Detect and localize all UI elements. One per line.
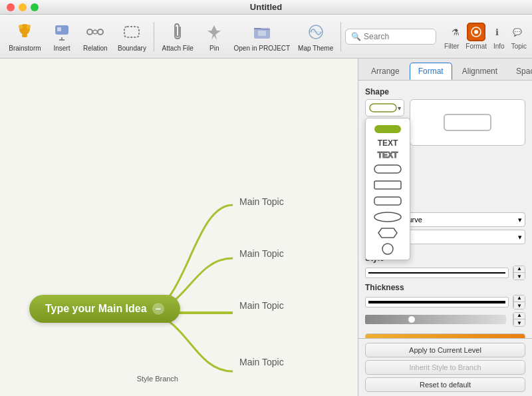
- filter-button[interactable]: ⚗: [446, 23, 465, 41]
- toolbar-attach-file[interactable]: Attach File: [158, 19, 197, 55]
- svg-rect-19: [374, 181, 401, 189]
- toolbar-pin-label: Pin: [209, 45, 219, 52]
- topic-1[interactable]: Main Topic: [239, 196, 284, 207]
- shape-section: Shape ▾: [365, 87, 525, 146]
- shape-opt-hexagon[interactable]: [368, 225, 407, 241]
- thickness-down-btn[interactable]: ▼: [514, 302, 525, 309]
- topic-label[interactable]: Topic: [511, 43, 527, 50]
- toolbar-relation[interactable]: Relation: [79, 19, 111, 55]
- style-up-btn[interactable]: ▲: [514, 266, 525, 273]
- main-idea-node[interactable]: Type your Main Idea −: [29, 295, 180, 323]
- toolbar-separator-1: [154, 22, 154, 51]
- toolbar-relation-label: Relation: [83, 45, 108, 52]
- panel-tabs: Arrange Format Alignment Spacing: [358, 59, 532, 81]
- topic-2[interactable]: Main Topic: [239, 248, 284, 259]
- window-title: Untitled: [250, 2, 282, 12]
- shape-opt-outline-round[interactable]: [368, 161, 407, 177]
- shape-opt-filled[interactable]: [368, 121, 407, 137]
- style-stepper-btns: ▲ ▼: [513, 266, 525, 280]
- svg-rect-11: [258, 31, 266, 36]
- svg-rect-9: [124, 27, 139, 37]
- format-button[interactable]: [467, 23, 485, 41]
- toolbar-open-project-label: Open in PROJECT: [234, 45, 290, 52]
- panel-icon-row: ⚗ ℹ 💬: [446, 23, 527, 41]
- svg-rect-17: [374, 125, 401, 133]
- toolbar-separator-2: [340, 22, 341, 51]
- search-icon: 🔍: [351, 32, 361, 41]
- thickness-stepper[interactable]: ▲ ▼: [513, 295, 525, 309]
- connection-chevron: ▾: [518, 216, 522, 224]
- toolbar-brainstorm[interactable]: Brainstorm: [5, 19, 45, 55]
- toolbar-attach-file-label: Attach File: [162, 45, 194, 52]
- selected-shape-icon: [368, 101, 398, 114]
- open-project-icon: [251, 21, 273, 43]
- svg-rect-1: [22, 34, 27, 37]
- svg-marker-22: [378, 228, 397, 238]
- toolbar-insert-label: Insert: [53, 45, 70, 52]
- toolbar-boundary[interactable]: Boundary: [114, 19, 150, 55]
- svg-rect-18: [374, 165, 401, 173]
- tab-format[interactable]: Format: [410, 63, 452, 80]
- info-label[interactable]: Info: [493, 43, 505, 50]
- thickness-indicator: [368, 301, 505, 303]
- svg-point-15: [474, 30, 478, 34]
- main-idea-text: Type your Main Idea: [45, 303, 147, 315]
- thickness-num-up[interactable]: ▲: [514, 312, 525, 319]
- boundary-icon: [121, 21, 142, 43]
- fill-preview[interactable]: [365, 333, 525, 338]
- thickness-up-btn[interactable]: ▲: [514, 295, 525, 302]
- tab-arrange[interactable]: Arrange: [362, 63, 408, 80]
- thickness-num-btns: ▲ ▼: [513, 312, 525, 327]
- toolbar-map-theme[interactable]: Map Theme: [295, 19, 336, 55]
- style-row: ▲ ▼: [365, 266, 525, 280]
- canvas-area[interactable]: Type your Main Idea − Main Topic Main To…: [0, 59, 358, 396]
- shape-opt-text1[interactable]: TEXT: [368, 137, 407, 149]
- line-style-preview[interactable]: [365, 268, 509, 278]
- minimize-button[interactable]: [19, 3, 27, 11]
- maximize-button[interactable]: [31, 3, 39, 11]
- info-button[interactable]: ℹ: [487, 23, 506, 41]
- topic-button[interactable]: 💬: [508, 23, 527, 41]
- thickness-num-down[interactable]: ▼: [514, 319, 525, 327]
- collapse-button[interactable]: −: [152, 303, 164, 315]
- toolbar-boundary-label: Boundary: [118, 45, 146, 52]
- preview-shape-svg: [441, 109, 494, 136]
- toolbar-insert[interactable]: Insert: [47, 19, 76, 55]
- format-label[interactable]: Format: [466, 43, 487, 50]
- toolbar-map-theme-label: Map Theme: [298, 45, 333, 52]
- filter-label[interactable]: Filter: [444, 43, 459, 50]
- topic-4[interactable]: Main Topic: [239, 357, 284, 367]
- toolbar-pin[interactable]: Pin: [200, 19, 229, 55]
- search-input[interactable]: [364, 32, 430, 41]
- svg-point-3: [27, 25, 31, 29]
- title-bar: Untitled: [0, 0, 532, 15]
- style-down-btn[interactable]: ▼: [514, 273, 525, 280]
- topic-3[interactable]: Main Topic: [239, 300, 284, 311]
- reset-default-button[interactable]: Reset to default: [365, 377, 525, 392]
- tab-alignment[interactable]: Alignment: [454, 63, 506, 80]
- slider-thumb: [408, 315, 416, 323]
- shape-opt-outline-rect[interactable]: [368, 177, 407, 193]
- apply-current-level-button[interactable]: Apply to Current Level: [365, 343, 525, 357]
- shape-opt-circle[interactable]: [368, 241, 407, 257]
- line-solid-indicator: [368, 272, 505, 274]
- tab-spacing[interactable]: Spacing: [507, 63, 532, 80]
- toolbar-open-project[interactable]: Open in PROJECT: [231, 19, 292, 55]
- style-branch-label: Style Branch: [137, 375, 178, 383]
- thickness-preview[interactable]: [365, 297, 509, 307]
- format-icon: [470, 26, 482, 38]
- shape-opt-oval[interactable]: [368, 209, 407, 225]
- thickness-num-stepper[interactable]: ▲ ▼: [513, 312, 525, 327]
- window-controls[interactable]: [7, 3, 39, 11]
- shape-opt-slight-round[interactable]: [368, 193, 407, 209]
- close-button[interactable]: [7, 3, 15, 11]
- shape-selector[interactable]: ▾: [365, 99, 404, 116]
- shape-opt-text2[interactable]: TEXT: [368, 149, 407, 161]
- panel-label-row: Filter Format Info Topic: [444, 43, 527, 50]
- search-box[interactable]: 🔍: [345, 29, 436, 45]
- inherit-style-button[interactable]: Inherit Style to Branch: [365, 360, 525, 375]
- thickness-slider[interactable]: [365, 315, 506, 324]
- brainstorm-icon: [14, 21, 35, 43]
- thickness-stepper-btns: ▲ ▼: [513, 295, 525, 309]
- style-stepper[interactable]: ▲ ▼: [513, 266, 525, 280]
